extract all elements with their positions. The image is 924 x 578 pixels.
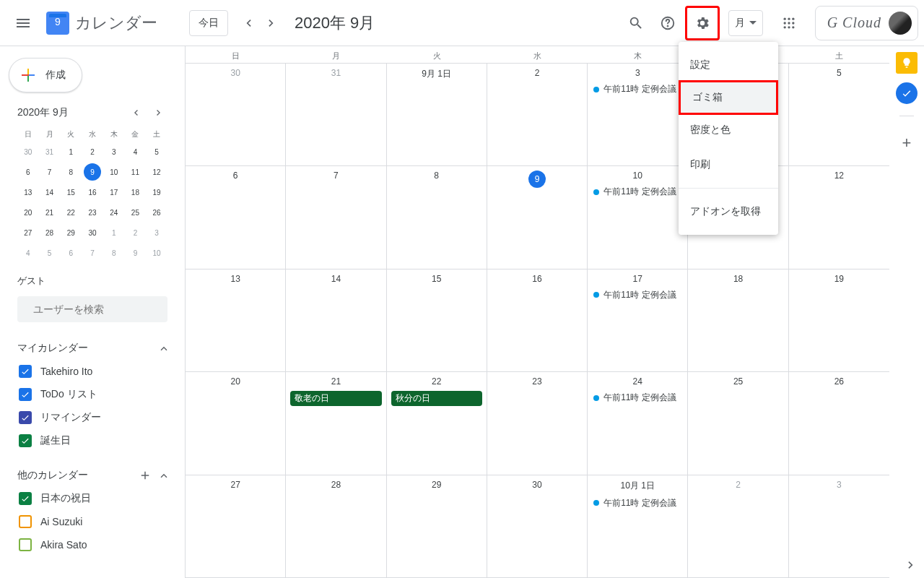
side-panel-collapse-button[interactable] — [904, 558, 918, 572]
mini-day[interactable]: 10 — [105, 163, 123, 181]
day-cell[interactable]: 22秋分の日 — [387, 372, 487, 474]
mini-day[interactable]: 4 — [19, 244, 37, 262]
event-item[interactable]: 午前11時 定例会議 — [590, 82, 684, 96]
prev-period-button[interactable] — [237, 12, 260, 35]
event-item[interactable]: 午前11時 定例会議 — [590, 288, 684, 302]
day-cell[interactable]: 29 — [387, 475, 487, 577]
settings-menu-item[interactable]: 設定 — [679, 48, 778, 82]
event-item[interactable]: 午前11時 定例会議 — [590, 391, 684, 405]
mini-day[interactable]: 12 — [148, 163, 165, 181]
event-block[interactable]: 秋分の日 — [391, 391, 482, 406]
calendar-item[interactable]: 日本の祝日 — [17, 487, 170, 510]
mini-day[interactable]: 24 — [105, 204, 123, 221]
day-cell[interactable]: 27 — [186, 475, 286, 577]
day-cell[interactable]: 30 — [186, 64, 286, 165]
day-cell[interactable]: 28 — [286, 475, 386, 577]
google-apps-button[interactable] — [775, 9, 803, 38]
day-cell[interactable]: 25 — [688, 372, 788, 474]
mini-prev-button[interactable] — [127, 104, 144, 121]
settings-menu-item[interactable]: 密度と色 — [679, 113, 778, 147]
day-cell[interactable]: 9 — [487, 166, 588, 268]
mini-day[interactable]: 3 — [105, 143, 123, 160]
day-cell[interactable]: 9月 1日 — [387, 64, 487, 165]
day-cell[interactable]: 13 — [186, 269, 286, 371]
settings-menu-item[interactable]: アドオンを取得 — [679, 194, 778, 229]
calendar-item[interactable]: 誕生日 — [17, 429, 170, 452]
day-cell[interactable]: 26 — [789, 372, 889, 474]
logo[interactable]: 9 カレンダー — [40, 9, 160, 38]
mini-day[interactable]: 10 — [148, 244, 165, 262]
mini-day[interactable]: 28 — [41, 224, 58, 241]
mini-day[interactable]: 7 — [41, 163, 58, 181]
day-cell[interactable]: 14 — [286, 269, 386, 371]
mini-day[interactable]: 9 — [126, 244, 144, 262]
day-cell[interactable]: 5 — [789, 64, 889, 165]
mini-day[interactable]: 14 — [41, 184, 58, 201]
day-cell[interactable]: 30 — [487, 475, 588, 577]
calendar-checkbox[interactable] — [19, 411, 32, 424]
calendar-checkbox[interactable] — [19, 365, 32, 378]
mini-day[interactable]: 20 — [19, 204, 37, 221]
create-button[interactable]: 作成 — [9, 58, 82, 92]
mini-day[interactable]: 6 — [62, 244, 79, 262]
day-cell[interactable]: 12 — [789, 166, 889, 268]
day-cell[interactable]: 10午前11時 定例会議 — [588, 166, 688, 268]
calendar-item[interactable]: Ai Suzuki — [17, 510, 170, 533]
mini-day[interactable]: 9 — [84, 163, 101, 181]
calendar-checkbox[interactable] — [19, 515, 32, 528]
event-item[interactable]: 午前11時 定例会議 — [590, 185, 684, 199]
day-cell[interactable]: 19 — [789, 269, 889, 371]
keep-button[interactable] — [896, 52, 918, 74]
next-period-button[interactable] — [260, 12, 283, 35]
mini-day[interactable]: 13 — [19, 184, 37, 201]
day-cell[interactable]: 10月 1日午前11時 定例会議 — [588, 475, 688, 577]
mini-day[interactable]: 1 — [62, 143, 79, 160]
day-cell[interactable]: 23 — [487, 372, 588, 474]
settings-menu-item[interactable]: ゴミ箱 — [679, 80, 778, 115]
view-selector[interactable]: 月 — [728, 10, 763, 36]
calendar-item[interactable]: Akira Sato — [17, 533, 170, 556]
day-cell[interactable]: 6 — [186, 166, 286, 268]
tasks-button[interactable] — [896, 82, 918, 104]
mini-day[interactable]: 2 — [84, 143, 101, 160]
day-cell[interactable]: 24午前11時 定例会議 — [588, 372, 688, 474]
my-calendars-toggle[interactable]: マイカレンダー — [17, 337, 170, 360]
calendar-item[interactable]: ToDo リスト — [17, 383, 170, 406]
mini-day[interactable]: 15 — [62, 184, 79, 201]
mini-day[interactable]: 2 — [126, 224, 144, 241]
event-item[interactable]: 午前11時 定例会議 — [590, 496, 684, 510]
mini-day[interactable]: 8 — [105, 244, 123, 262]
day-cell[interactable]: 21敬老の日 — [286, 372, 386, 474]
day-cell[interactable]: 31 — [286, 64, 386, 165]
mini-day[interactable]: 4 — [126, 143, 144, 160]
mini-day[interactable]: 6 — [19, 163, 37, 181]
mini-day[interactable]: 22 — [62, 204, 79, 221]
addon-plus-button[interactable]: + — [902, 134, 912, 152]
calendar-checkbox[interactable] — [19, 492, 32, 505]
mini-day[interactable]: 8 — [62, 163, 79, 181]
mini-day[interactable]: 26 — [148, 204, 165, 221]
settings-menu-item[interactable]: 印刷 — [679, 147, 778, 182]
account-button[interactable]: G Cloud — [815, 6, 918, 40]
today-button[interactable]: 今日 — [189, 10, 228, 36]
other-calendars-toggle[interactable]: 他のカレンダー — [17, 464, 170, 487]
mini-day[interactable]: 5 — [148, 143, 165, 160]
day-cell[interactable]: 16 — [487, 269, 588, 371]
event-block[interactable]: 敬老の日 — [290, 391, 381, 406]
mini-day[interactable]: 17 — [105, 184, 123, 201]
calendar-item[interactable]: リマインダー — [17, 406, 170, 429]
mini-day[interactable]: 30 — [84, 224, 101, 241]
menu-button[interactable] — [6, 6, 40, 40]
day-cell[interactable]: 3 — [789, 475, 889, 577]
plus-icon[interactable] — [139, 469, 152, 482]
calendar-checkbox[interactable] — [19, 538, 32, 551]
mini-day[interactable]: 19 — [148, 184, 165, 201]
day-cell[interactable]: 20 — [186, 372, 286, 474]
calendar-checkbox[interactable] — [19, 388, 32, 401]
mini-day[interactable]: 31 — [41, 143, 58, 160]
day-cell[interactable]: 8 — [387, 166, 487, 268]
day-cell[interactable]: 7 — [286, 166, 386, 268]
day-cell[interactable]: 18 — [688, 269, 788, 371]
mini-day[interactable]: 7 — [84, 244, 101, 262]
mini-day[interactable]: 16 — [84, 184, 101, 201]
